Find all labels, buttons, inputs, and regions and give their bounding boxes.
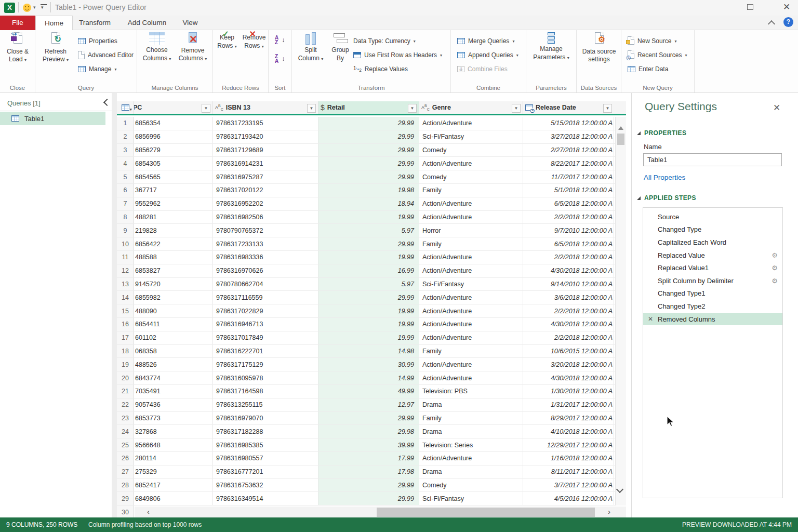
cell-release-date[interactable]: 9/14/2010 12:00:00 A	[523, 278, 614, 291]
cell-upc[interactable]: 488588	[134, 251, 213, 264]
row-number[interactable]: 24	[117, 425, 134, 438]
cell-isbn13[interactable]: 9786316979070	[213, 412, 318, 425]
row-number[interactable]: 14	[117, 291, 134, 304]
cell-release-date[interactable]: 2/2/2018 12:00:00 A	[523, 331, 614, 344]
cell-release-date[interactable]: 12/29/2017 12:00:00 A	[523, 438, 614, 451]
table-row[interactable]: 24327868978631718228829.98Drama4/10/2018…	[117, 425, 626, 438]
query-list-item-table1[interactable]: Table1	[0, 112, 105, 125]
cell-release-date[interactable]: 4/30/2018 12:00:00 A	[523, 264, 614, 277]
cell-retail[interactable]: 29.98	[318, 425, 419, 438]
cell-genre[interactable]: Action/Adventure	[419, 211, 523, 224]
manage-button[interactable]: Manage ▾	[78, 63, 116, 75]
cell-retail[interactable]: 29.99	[318, 130, 419, 143]
table-row[interactable]: 19488526978631717512930.99Action/Adventu…	[117, 358, 626, 371]
scroll-left-icon[interactable]: ‹	[147, 507, 150, 516]
cell-genre[interactable]: Drama	[419, 398, 523, 411]
enter-data-button[interactable]: Enter Data	[628, 63, 668, 75]
scroll-down-icon[interactable]	[616, 486, 623, 493]
row-number[interactable]: 16	[117, 318, 134, 331]
row-number[interactable]: 20	[117, 371, 134, 384]
row-number[interactable]: 11	[117, 251, 134, 264]
cell-retail[interactable]: 12.97	[318, 398, 419, 411]
all-properties-link[interactable]: All Properties	[644, 174, 685, 181]
cell-release-date[interactable]: 8/29/2017 12:00:00 A	[523, 412, 614, 425]
cell-upc[interactable]: 327868	[134, 425, 213, 438]
row-number[interactable]: 21	[117, 385, 134, 398]
table-row[interactable]: 921982897807907653725.97Horror9/7/2010 1…	[117, 224, 626, 237]
cell-retail[interactable]: 19.99	[318, 251, 419, 264]
cell-isbn13[interactable]: 9786317022829	[213, 304, 318, 317]
cell-upc[interactable]: 6853827	[134, 264, 213, 277]
applied-step[interactable]: Replaced Value1⚙	[643, 261, 782, 274]
cell-release-date[interactable]: 1/31/2017 12:00:00 A	[523, 398, 614, 411]
table-row[interactable]: 15488090978631702282919.99Action/Adventu…	[117, 304, 626, 318]
cell-upc[interactable]: 275329	[134, 466, 213, 478]
cell-upc[interactable]: 068358	[134, 345, 213, 358]
row-number[interactable]: 29	[117, 492, 134, 505]
applied-step[interactable]: Changed Type1	[643, 287, 782, 300]
refresh-preview-button[interactable]: ↻ Refresh Preview ▾	[39, 32, 72, 64]
table-row[interactable]: 56854565978631697528729.99Comedy11/7/201…	[117, 170, 626, 184]
step-settings-gear-icon[interactable]: ⚙	[772, 277, 778, 285]
scroll-up-icon[interactable]	[618, 126, 623, 130]
cell-genre[interactable]: Television: PBS	[419, 385, 523, 398]
row-number[interactable]: 27	[117, 466, 134, 478]
cell-isbn13[interactable]: 9786317175129	[213, 358, 318, 371]
tab-transform[interactable]: Transform	[75, 16, 114, 30]
smiley-feedback-icon[interactable]	[23, 4, 31, 12]
cell-upc[interactable]: 6854411	[134, 318, 213, 331]
cell-upc[interactable]: 488281	[134, 211, 213, 224]
cell-release-date[interactable]: 6/5/2018 12:00:00 A	[523, 237, 614, 250]
row-number[interactable]: 15	[117, 304, 134, 317]
cell-upc[interactable]: 367717	[134, 184, 213, 197]
cell-upc[interactable]: 6856279	[134, 144, 213, 157]
table-row[interactable]: 18068358978631622270114.98Family10/6/201…	[117, 345, 626, 358]
cell-retail[interactable]: 29.99	[318, 117, 419, 130]
cell-release-date[interactable]: 4/30/2018 12:00:00 A	[523, 371, 614, 384]
table-row[interactable]: 27275329978631677720117.98Drama8/11/2017…	[117, 466, 626, 479]
chevron-down-icon[interactable]: ▾	[33, 5, 36, 10]
column-header-genre[interactable]: ABC Genre ▼	[419, 101, 523, 114]
table-row[interactable]: 166854411978631694671319.99Action/Advent…	[117, 318, 626, 331]
cell-upc[interactable]: 601102	[134, 331, 213, 344]
table-row[interactable]: 11488588978631698333619.99Action/Adventu…	[117, 251, 626, 264]
row-number[interactable]: 18	[117, 345, 134, 358]
table-row[interactable]: 13914572097807806627045.97Sci-Fi/Fantasy…	[117, 278, 626, 291]
cell-isbn13[interactable]: 9786316946713	[213, 318, 318, 331]
split-column-button[interactable]: Split Column ▾	[296, 32, 325, 62]
cell-isbn13[interactable]: 9786317129689	[213, 144, 318, 157]
cell-release-date[interactable]: 2/27/2018 12:00:00 A	[523, 144, 614, 157]
table-row[interactable]: 106856422978631723313329.99Family6/5/201…	[117, 237, 626, 251]
cell-upc[interactable]: 6854305	[134, 157, 213, 170]
close-pane-icon[interactable]: ✕	[773, 102, 780, 113]
cell-retail[interactable]: 19.99	[318, 304, 419, 317]
cell-retail[interactable]: 5.97	[318, 278, 419, 291]
cell-upc[interactable]: 6856996	[134, 130, 213, 143]
tab-home[interactable]: Home	[35, 16, 73, 30]
applied-step[interactable]: Changed Type2	[643, 300, 782, 313]
row-number[interactable]: 8	[117, 211, 134, 224]
cell-release-date[interactable]: 2/2/2018 12:00:00 A	[523, 304, 614, 317]
row-number[interactable]: 13	[117, 278, 134, 291]
cell-release-date[interactable]: 4/10/2018 12:00:00 A	[523, 425, 614, 438]
cell-isbn13[interactable]: 9786316983336	[213, 251, 318, 264]
table-row[interactable]: 8488281978631698250619.99Action/Adventur…	[117, 211, 626, 224]
cell-isbn13[interactable]: 9786317164598	[213, 385, 318, 398]
cell-retail[interactable]: 30.99	[318, 358, 419, 371]
cell-genre[interactable]: Action/Adventure	[419, 251, 523, 264]
cell-retail[interactable]: 29.99	[318, 157, 419, 170]
cell-upc[interactable]: 6843774	[134, 371, 213, 384]
column-header-upc[interactable]: PC ▼	[134, 101, 213, 114]
row-number[interactable]: 10	[117, 237, 134, 250]
cell-release-date[interactable]: 3/27/2018 12:00:00 A	[523, 130, 614, 143]
cell-upc[interactable]: 6856422	[134, 237, 213, 250]
cell-genre[interactable]: Comedy	[419, 170, 523, 183]
collapse-ribbon-icon[interactable]	[768, 19, 775, 26]
table-row[interactable]: 146855982978631711655929.99Action/Advent…	[117, 291, 626, 304]
column-header-retail[interactable]: $ Retail ▼	[318, 101, 419, 114]
cell-isbn13[interactable]: 9786317233133	[213, 237, 318, 250]
cell-retail[interactable]: 29.99	[318, 291, 419, 304]
cell-retail[interactable]: 29.99	[318, 144, 419, 157]
cell-release-date[interactable]: 1/30/2018 12:00:00 A	[523, 385, 614, 398]
row-number[interactable]: 5	[117, 170, 134, 183]
